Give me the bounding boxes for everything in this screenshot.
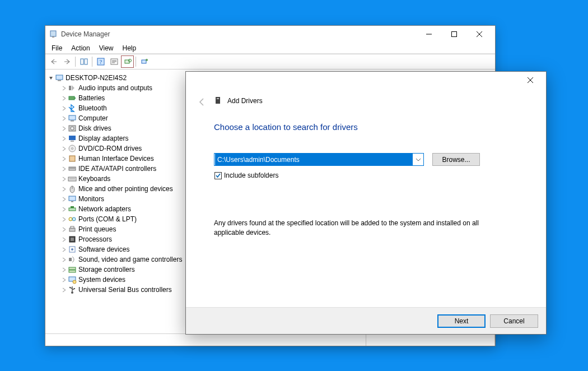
caret-right-icon[interactable] xyxy=(60,286,67,293)
tree-root-label: DESKTOP-N2EI4S2 xyxy=(66,74,127,82)
tree-category-label: IDE ATA/ATAPI controllers xyxy=(78,165,156,173)
svg-rect-51 xyxy=(69,267,76,270)
caret-right-icon[interactable] xyxy=(60,135,67,142)
svg-rect-47 xyxy=(71,238,74,241)
chevron-down-icon[interactable] xyxy=(413,158,423,161)
svg-rect-44 xyxy=(69,228,75,231)
next-button[interactable]: Next xyxy=(437,314,486,328)
svg-rect-62 xyxy=(217,98,219,99)
cpu-icon xyxy=(68,235,77,244)
tree-category-label: Processors xyxy=(78,235,112,243)
svg-point-49 xyxy=(71,248,73,251)
svg-rect-21 xyxy=(69,96,74,100)
back-arrow-icon[interactable] xyxy=(197,97,207,107)
bluetooth-icon xyxy=(68,104,77,113)
tree-category-label: Disk drives xyxy=(78,124,111,132)
menu-view[interactable]: View xyxy=(95,44,118,53)
tree-category-label: Bluetooth xyxy=(78,104,107,112)
caret-down-icon[interactable] xyxy=(48,75,54,81)
menu-file[interactable]: File xyxy=(47,44,67,53)
caret-right-icon[interactable] xyxy=(60,196,67,202)
caret-right-icon[interactable] xyxy=(60,246,67,253)
caret-right-icon[interactable] xyxy=(60,175,67,182)
close-button[interactable] xyxy=(466,26,492,42)
svg-rect-52 xyxy=(69,270,76,272)
ports-icon xyxy=(68,215,77,224)
caret-right-icon[interactable] xyxy=(60,155,67,162)
show-hide-console-button[interactable] xyxy=(77,55,90,68)
dialog-title: Add Drivers xyxy=(227,97,263,105)
tree-category-label: Storage controllers xyxy=(78,266,135,273)
caret-right-icon[interactable] xyxy=(60,256,67,263)
monitor-icon xyxy=(68,194,77,203)
menu-help[interactable]: Help xyxy=(118,44,141,53)
caret-right-icon[interactable] xyxy=(60,206,67,212)
svg-point-55 xyxy=(71,291,73,294)
svg-rect-0 xyxy=(50,31,56,36)
desktop-icon xyxy=(55,73,64,82)
window-title: Device Manager xyxy=(61,30,416,38)
minimize-button[interactable] xyxy=(416,26,441,42)
browse-button[interactable]: Browse... xyxy=(432,153,480,166)
svg-rect-7 xyxy=(85,59,87,64)
properties-button[interactable] xyxy=(108,55,120,68)
toolbar: ? xyxy=(45,54,495,69)
svg-rect-40 xyxy=(69,208,76,211)
cancel-button[interactable]: Cancel xyxy=(490,314,538,328)
caret-right-icon[interactable] xyxy=(60,125,67,132)
caret-right-icon[interactable] xyxy=(60,165,67,172)
svg-rect-1 xyxy=(52,36,54,38)
caret-right-icon[interactable] xyxy=(60,105,67,112)
svg-rect-32 xyxy=(69,167,76,170)
svg-rect-22 xyxy=(74,98,76,99)
scan-hardware-button[interactable] xyxy=(121,55,134,68)
menubar: File Action View Help xyxy=(45,43,495,54)
include-subfolders-checkbox[interactable] xyxy=(214,172,222,179)
caret-right-icon[interactable] xyxy=(60,236,67,243)
help-button[interactable]: ? xyxy=(94,55,107,68)
forward-button[interactable] xyxy=(60,55,73,68)
svg-rect-3 xyxy=(451,32,456,37)
svg-point-26 xyxy=(71,127,74,130)
svg-rect-20 xyxy=(69,86,71,90)
svg-rect-6 xyxy=(81,59,83,64)
path-value: C:\Users\admin\Documents xyxy=(215,154,413,165)
path-combobox[interactable]: C:\Users\admin\Documents xyxy=(214,153,424,166)
svg-rect-19 xyxy=(58,80,61,81)
add-driver-button[interactable] xyxy=(138,55,151,68)
caret-right-icon[interactable] xyxy=(60,85,67,91)
device-icon xyxy=(214,96,222,105)
menu-action[interactable]: Action xyxy=(67,44,94,53)
svg-rect-16 xyxy=(142,60,146,63)
hid-icon xyxy=(68,154,77,163)
caret-right-icon[interactable] xyxy=(60,145,67,152)
svg-rect-58 xyxy=(74,288,75,289)
back-button[interactable] xyxy=(47,55,60,68)
svg-rect-39 xyxy=(71,201,73,202)
dialog-button-row: Next Cancel xyxy=(186,307,546,334)
dvd-icon xyxy=(68,144,77,153)
svg-rect-23 xyxy=(69,115,76,120)
device-manager-icon xyxy=(49,30,58,39)
display-icon xyxy=(68,134,77,143)
caret-right-icon[interactable] xyxy=(60,226,67,233)
caret-right-icon[interactable] xyxy=(60,216,67,222)
instruction-text: Choose a location to search for drivers xyxy=(214,122,518,132)
tree-category-label: Human Interface Devices xyxy=(78,155,154,163)
caret-right-icon[interactable] xyxy=(60,115,67,122)
print-icon xyxy=(68,225,77,234)
maximize-button[interactable] xyxy=(441,26,466,42)
titlebar: Device Manager xyxy=(45,26,495,43)
svg-text:?: ? xyxy=(99,59,102,65)
toolbar-separator xyxy=(92,57,92,67)
caret-right-icon[interactable] xyxy=(60,276,67,283)
tree-category-label: Computer xyxy=(78,114,108,122)
caret-right-icon[interactable] xyxy=(60,266,67,273)
usb-icon xyxy=(68,285,77,294)
svg-rect-31 xyxy=(69,156,75,161)
caret-right-icon[interactable] xyxy=(60,186,67,192)
tree-category-label: Sound, video and game controllers xyxy=(78,256,182,263)
dialog-titlebar xyxy=(186,72,546,89)
caret-right-icon[interactable] xyxy=(60,95,67,101)
dialog-close-button[interactable] xyxy=(517,72,543,88)
